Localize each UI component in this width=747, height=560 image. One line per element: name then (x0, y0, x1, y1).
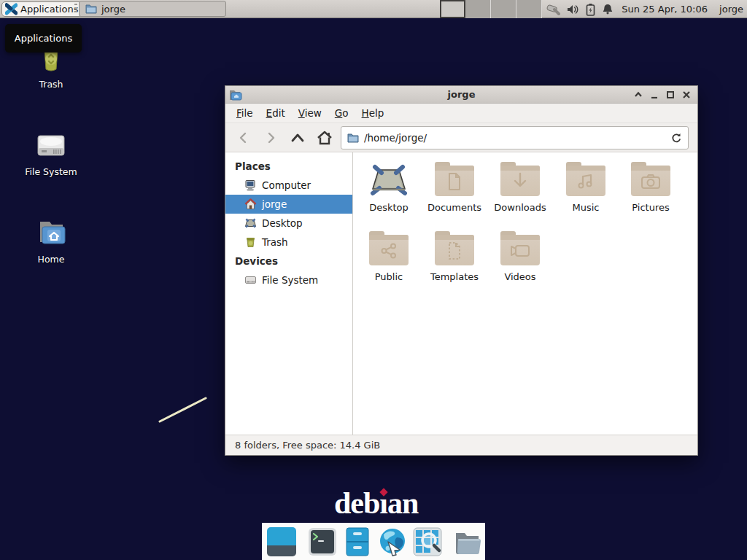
desktop-icon-label: Trash (16, 79, 86, 90)
desktop-workspace-icon (368, 161, 409, 199)
desktop-icon (244, 217, 257, 229)
file-cabinet-icon (343, 527, 372, 556)
taskbar-window-button[interactable]: jorge (79, 1, 226, 17)
menu-view[interactable]: View (292, 105, 328, 121)
file-item-downloads[interactable]: Downloads (489, 161, 551, 213)
top-panel: Applications jorge (0, 0, 747, 18)
workspace-2[interactable] (465, 0, 491, 18)
drive-icon (244, 274, 257, 286)
home-button[interactable] (314, 127, 336, 149)
desktop-screen: Trash File System Home (0, 0, 747, 560)
desktop-icon-file-system[interactable]: File System (16, 128, 86, 177)
battery-charging-icon[interactable] (586, 3, 595, 16)
workspace-4[interactable] (516, 0, 542, 18)
notifications-bell-icon[interactable] (602, 3, 614, 15)
close-button[interactable] (678, 87, 694, 103)
volume-icon[interactable] (567, 4, 579, 15)
taskbar-window-label: jorge (101, 4, 125, 15)
desktop-icon-label: File System (16, 166, 86, 177)
sidebar-item-trash[interactable]: Trash (225, 233, 352, 252)
terminal-launcher[interactable] (308, 527, 337, 556)
panel-username[interactable]: jorge (719, 0, 743, 18)
up-button[interactable] (287, 127, 309, 149)
back-button[interactable] (233, 127, 255, 149)
workspace-switcher (440, 0, 542, 18)
xfce-logo-icon (5, 3, 18, 15)
reload-icon[interactable] (670, 132, 682, 144)
hard-drive-icon (34, 128, 69, 163)
folder-icon (85, 4, 97, 14)
panel-clock[interactable]: Sun 25 Apr, 10:06 (622, 0, 708, 18)
forward-button[interactable] (260, 127, 282, 149)
show-desktop-icon (267, 527, 296, 556)
web-browser-globe-icon (378, 527, 407, 556)
window-titlebar[interactable]: jorge (225, 86, 697, 104)
window-title: jorge (225, 89, 697, 100)
applications-menu-label: Applications (20, 4, 78, 15)
file-item-desktop[interactable]: Desktop (357, 161, 420, 213)
menu-go[interactable]: Go (328, 105, 355, 121)
file-grid: Desktop Documents (354, 152, 697, 435)
panel-handle[interactable] (74, 4, 77, 15)
minimize-button[interactable] (646, 87, 662, 103)
workspace-3[interactable] (491, 0, 516, 18)
path-bar (341, 126, 689, 149)
file-item-videos[interactable]: Videos (489, 230, 551, 282)
menu-file[interactable]: File (230, 105, 260, 121)
file-item-pictures[interactable]: Pictures (619, 161, 682, 213)
applications-tooltip: Applications (5, 24, 82, 52)
terminal-icon (308, 527, 337, 556)
devices-header: Devices (225, 252, 352, 271)
home-folder-icon (34, 215, 69, 250)
bottom-dock (262, 523, 485, 560)
applications-menu-button[interactable]: Applications (1, 1, 85, 17)
sidebar: Places Computer (225, 152, 353, 435)
system-tray (546, 0, 614, 18)
file-manager-launcher[interactable] (343, 527, 372, 556)
file-manager-window: jorge File Edit View Go Help (225, 85, 698, 456)
web-browser-launcher[interactable] (378, 527, 407, 556)
places-header: Places (225, 157, 352, 176)
sidebar-item-computer[interactable]: Computer (225, 176, 352, 195)
status-bar: 8 folders, Free space: 14.4 GiB (225, 435, 697, 455)
maximize-button[interactable] (662, 87, 678, 103)
file-item-music[interactable]: Music (554, 161, 617, 213)
sidebar-item-file-system[interactable]: File System (225, 271, 352, 289)
file-item-documents[interactable]: Documents (423, 161, 486, 213)
shade-button[interactable] (630, 87, 646, 103)
window-controls (630, 86, 694, 104)
sidebar-item-desktop[interactable]: Desktop (225, 214, 352, 233)
menu-help[interactable]: Help (355, 105, 391, 121)
file-item-public[interactable]: Public (357, 230, 420, 282)
path-input[interactable] (364, 132, 665, 144)
app-finder-icon (413, 527, 442, 556)
desktop-icon-label: Home (16, 254, 86, 265)
toolbar (225, 123, 697, 152)
show-desktop-button[interactable] (267, 527, 296, 556)
home-icon (244, 198, 257, 210)
file-item-templates[interactable]: Templates (423, 230, 486, 282)
sidebar-item-jorge[interactable]: jorge (225, 195, 352, 214)
window-body: Places Computer (225, 152, 697, 435)
workspace-1[interactable] (440, 0, 465, 18)
debian-logo: debıan (334, 481, 418, 521)
desktop-icon-home[interactable]: Home (16, 215, 86, 265)
menu-bar: File Edit View Go Help (225, 104, 697, 123)
stray-annotation-line (153, 392, 213, 427)
directory-folder-icon (454, 527, 483, 556)
stylus-icon[interactable] (546, 3, 560, 16)
path-folder-icon (347, 133, 359, 143)
menu-edit[interactable]: Edit (260, 105, 292, 121)
app-finder-launcher[interactable] (413, 527, 442, 556)
computer-icon (244, 179, 257, 191)
trash-icon (244, 236, 257, 248)
directory-menu-launcher[interactable] (454, 527, 483, 556)
